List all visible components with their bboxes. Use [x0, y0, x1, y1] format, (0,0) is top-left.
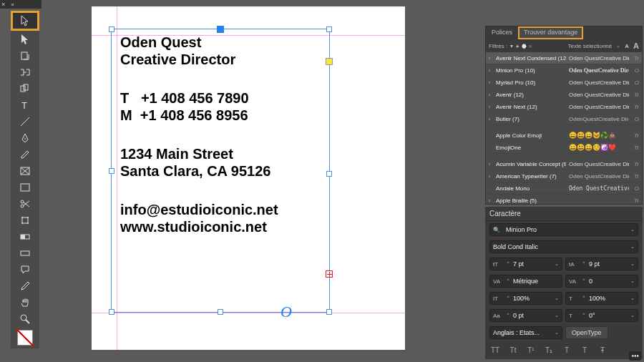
gradient-feather-tool[interactable] — [11, 245, 39, 261]
fonts-panel: Polices Trouver davantage Filtres : ▼ ★ … — [485, 26, 643, 205]
email-line: info@estudioiconic.net — [120, 201, 349, 218]
font-size-field[interactable]: tT⌃7 pt⌄ — [489, 258, 562, 270]
font-list-item[interactable]: ›Acumin Variable Concept (91)Oden QuestC… — [486, 158, 642, 170]
font-list[interactable]: ›Avenir Next Condensed (12)Oden QuestCre… — [486, 52, 642, 204]
case-option-button[interactable]: T — [561, 345, 572, 355]
pen-tool[interactable] — [11, 129, 39, 146]
case-option-button[interactable]: TT — [489, 345, 501, 355]
note-tool[interactable] — [11, 261, 39, 278]
more-options-icon[interactable]: ••• — [629, 351, 641, 361]
svg-line-4 — [21, 117, 29, 126]
line-tool[interactable] — [11, 113, 39, 129]
font-list-item[interactable]: Andale MonoOden QuestCreativeO — [486, 182, 642, 195]
horizontal-scale-field[interactable]: T⌃100%⌄ — [565, 292, 638, 305]
selected-text-label: Texte sélectionné — [567, 43, 612, 49]
fill-stroke-swatch[interactable] — [11, 327, 39, 348]
panel-title: Caractère — [485, 207, 643, 221]
case-option-button[interactable]: T — [579, 345, 590, 355]
opentype-button[interactable]: OpenType — [565, 326, 608, 339]
font-list-item[interactable]: ›Minion Pro (10)Oden QuestCreative Direc… — [486, 64, 642, 77]
leading-field[interactable]: tA⌃9 pt⌄ — [565, 258, 638, 270]
address-2: Santa Clara, CA 95126 — [120, 162, 349, 180]
selection-tool[interactable] — [11, 11, 39, 31]
expand-icon[interactable]: » — [11, 1, 14, 8]
font-name: Apple Color Emoji — [496, 132, 566, 139]
font-list-item[interactable]: EmojiOne😀😃😄☺️☯️❤️Tr — [486, 142, 642, 154]
font-list-item[interactable]: ›Avenir Next (12)Oden QuestCreative Dire… — [486, 101, 642, 113]
font-name: American Typewriter (7) — [496, 173, 566, 180]
close-icon[interactable]: × — [1, 1, 5, 8]
font-list-item[interactable]: ›American Typewriter (7)Oden QuestCreati… — [486, 170, 642, 182]
text-frame[interactable]: Oden Quest Creative Director T +1 408 45… — [120, 34, 349, 320]
case-option-button[interactable]: T¹ — [525, 345, 537, 355]
font-type-icon: Tr — [632, 132, 639, 139]
eyedropper-tool[interactable] — [11, 278, 39, 294]
case-option-button[interactable]: Tt — [507, 345, 519, 355]
font-list-item[interactable]: ›Butler (7)OdenQuestCreative DirectoO — [486, 113, 642, 125]
font-name: Avenir Next (12) — [496, 104, 566, 110]
rectangle-frame-tool[interactable] — [11, 162, 39, 179]
svg-text:T: T — [21, 100, 27, 111]
font-name: Butler (7) — [496, 116, 566, 122]
zoom-tool[interactable] — [11, 310, 39, 327]
gradient-swatch-tool[interactable] — [11, 228, 39, 245]
font-list-item[interactable]: ›Avenir (12)Oden QuestCreative DireTr — [486, 89, 642, 101]
font-type-icon: O — [632, 79, 639, 86]
language-field[interactable]: Anglais : Etats...⌄ — [489, 326, 562, 339]
text-size-icon[interactable]: A — [625, 43, 629, 49]
tools-panel: T — [11, 11, 39, 348]
name-line: Oden Quest — [120, 34, 349, 51]
content-collector-tool[interactable] — [11, 80, 39, 97]
pencil-tool[interactable] — [11, 146, 39, 162]
page-tool[interactable] — [11, 47, 39, 64]
svg-point-9 — [21, 200, 24, 203]
expand-arrow-icon: › — [489, 80, 493, 85]
svg-point-15 — [27, 217, 29, 218]
svg-rect-1 — [21, 86, 25, 92]
character-panel: Caractère 🔍Minion Pro⌄ Bold Cond Italic⌄… — [485, 207, 643, 359]
font-sample: 😀😃😄☺️☯️❤️ — [569, 144, 629, 151]
font-name: Andale Mono — [496, 185, 566, 192]
case-option-button[interactable]: T₁ — [543, 345, 555, 355]
kerning-field[interactable]: VA⌃Métrique — [489, 275, 562, 288]
svg-point-21 — [21, 315, 26, 321]
free-transform-tool[interactable] — [11, 212, 39, 228]
guide-horizontal — [92, 313, 405, 313]
font-family-field[interactable]: 🔍Minion Pro⌄ — [489, 223, 638, 236]
font-sample: Oden QuestCreative Direc — [569, 161, 629, 167]
font-list-item[interactable]: ›Myriad Pro (10)Oden QuestCreative Direc… — [486, 77, 642, 89]
character-rotation-field[interactable]: T⌃0°⌄ — [565, 309, 638, 322]
phone-t: T +1 408 456 7890 — [120, 89, 349, 107]
tab-polices[interactable]: Polices — [486, 26, 518, 39]
svg-point-16 — [21, 222, 23, 224]
hand-tool[interactable] — [11, 294, 39, 310]
dropdown-icon[interactable]: ⌄ — [616, 43, 620, 49]
scissors-tool[interactable] — [11, 195, 39, 212]
panel-tab-bar: × » — [0, 0, 42, 9]
tab-find-more[interactable]: Trouver davantage — [518, 26, 583, 39]
case-option-button[interactable]: Ŧ — [597, 345, 608, 355]
direct-selection-tool[interactable] — [11, 31, 39, 47]
font-name: Avenir Next Condensed (12) — [496, 55, 566, 62]
font-style-field[interactable]: Bold Cond Italic⌄ — [489, 240, 638, 253]
tracking-field[interactable]: VA⌃0⌄ — [565, 275, 638, 288]
vertical-scale-field[interactable]: IT⌃100%⌄ — [489, 292, 562, 305]
svg-rect-2 — [24, 84, 28, 90]
font-type-icon: O — [632, 185, 639, 192]
font-sample: Oden QuestCreative — [569, 185, 629, 192]
font-sample: Oden QuestCreative Dire — [569, 92, 629, 98]
font-list-item[interactable]: ›Apple Braille (5)Tr — [486, 195, 642, 204]
font-list-item[interactable]: Apple Color Emoji😀😃😄🐱♻️💩Tr — [486, 129, 642, 142]
type-tool[interactable]: T — [11, 97, 39, 113]
font-sample: Oden QuestCreative Director — [569, 173, 629, 180]
font-name: Apple Braille (5) — [496, 197, 566, 204]
document-canvas[interactable]: Oden Quest Creative Director T +1 408 45… — [92, 6, 405, 350]
font-list-item[interactable]: ›Avenir Next Condensed (12)Oden QuestCre… — [486, 52, 642, 64]
rectangle-tool[interactable] — [11, 179, 39, 195]
baseline-shift-field[interactable]: Aa⌃0 pt⌄ — [489, 309, 562, 322]
gap-tool[interactable] — [11, 64, 39, 80]
font-type-icon: Tr — [632, 55, 639, 62]
font-type-icon: Tr — [632, 145, 639, 151]
text-size-large-icon[interactable]: A — [633, 41, 639, 50]
font-type-icon: Tr — [632, 92, 639, 98]
